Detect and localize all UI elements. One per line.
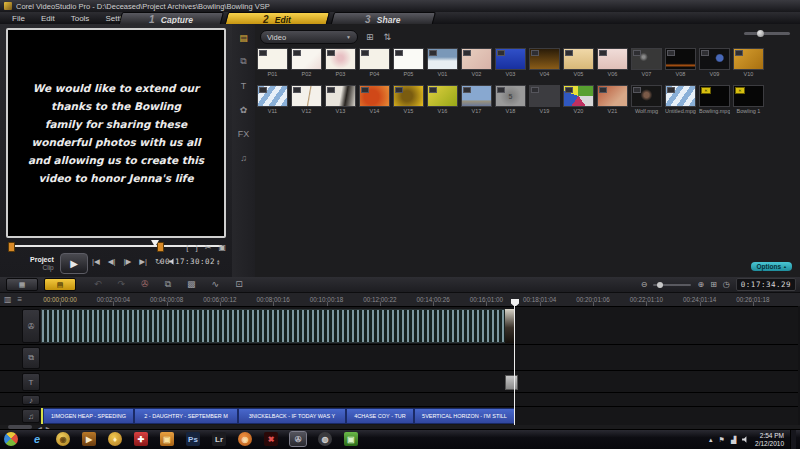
- gallery-select[interactable]: Video ▼: [260, 30, 358, 44]
- lightroom-icon[interactable]: Lr: [212, 432, 226, 446]
- title-track[interactable]: T: [0, 370, 798, 393]
- library-thumbnail[interactable]: P02: [291, 48, 322, 77]
- video-track-button[interactable]: ✇: [22, 309, 40, 343]
- orange-app-icon[interactable]: ◉: [238, 432, 252, 446]
- overlay-track-button[interactable]: ⧉: [22, 347, 40, 369]
- network-icon[interactable]: ▟: [731, 436, 736, 444]
- library-thumbnail[interactable]: V21: [597, 85, 628, 114]
- audio-waveform-button[interactable]: ∿: [212, 279, 220, 290]
- title-track-button[interactable]: T: [22, 373, 40, 391]
- filter-tab-icon[interactable]: FX: [235, 126, 253, 141]
- overlay-track-content[interactable]: [41, 345, 798, 371]
- library-thumbnail[interactable]: V10: [733, 48, 764, 77]
- media-tab-icon[interactable]: ▤: [235, 30, 253, 45]
- music-track-button[interactable]: ♫: [22, 409, 40, 423]
- music-track[interactable]: ♫1IMOGEN HEAP - SPEEDING2 - DAUGHTRY - S…: [0, 406, 798, 425]
- library-thumbnail[interactable]: V19: [529, 85, 560, 114]
- library-thumbnail[interactable]: V03: [495, 48, 526, 77]
- preview-frame[interactable]: We would like to extend ourthanks to the…: [6, 28, 226, 238]
- library-thumbnail[interactable]: V01: [427, 48, 458, 77]
- mode-clip-label[interactable]: Clip: [30, 264, 54, 272]
- menu-edit[interactable]: Edit: [33, 14, 63, 23]
- video-track-content[interactable]: [41, 307, 798, 345]
- sort-clips-icon[interactable]: ⇅: [384, 32, 392, 42]
- graphic-tab-icon[interactable]: ✿: [235, 102, 253, 117]
- menu-tools[interactable]: Tools: [63, 14, 98, 23]
- gold-disc-icon[interactable]: ◉: [56, 432, 70, 446]
- dark-red-app-icon[interactable]: ✖: [264, 432, 278, 446]
- library-thumbnail[interactable]: V12: [291, 85, 322, 114]
- timeline-ruler[interactable]: ▥≡ 00:00:00:0000:02:00:0400:04:00:0800:0…: [0, 292, 800, 307]
- library-thumbnail[interactable]: V09: [699, 48, 730, 77]
- library-thumbnail[interactable]: V17: [461, 85, 492, 114]
- tray-clock[interactable]: 2:54 PM 2/12/2010: [755, 432, 784, 448]
- action-center-icon[interactable]: ⚑: [718, 436, 724, 444]
- timecode-spinner[interactable]: ▲▼: [217, 259, 220, 265]
- library-thumbnail[interactable]: Wolf.mpg: [631, 85, 662, 114]
- mark-in-button[interactable]: [: [186, 243, 188, 252]
- next-frame-button[interactable]: |▶: [123, 257, 131, 266]
- show-desktop-button[interactable]: [790, 430, 796, 449]
- library-thumbnail[interactable]: V16: [427, 85, 458, 114]
- timeline-zoom-slider[interactable]: [653, 284, 691, 286]
- library-thumbnail[interactable]: V05: [563, 48, 594, 77]
- mode-project-label[interactable]: Project: [30, 256, 54, 264]
- library-thumbnail[interactable]: ✕Bowling.mpg: [699, 85, 730, 114]
- music-clip[interactable]: 3NICKELBACK - IF TODAY WAS Y: [238, 408, 346, 424]
- thumbnail-size-knob[interactable]: [757, 30, 764, 37]
- audio-tab-icon[interactable]: ♫: [235, 150, 253, 165]
- library-thumbnail[interactable]: P05: [393, 48, 424, 77]
- media-player-icon[interactable]: ▶: [82, 432, 96, 446]
- previous-frame-button[interactable]: ◀|: [108, 257, 116, 266]
- home-button[interactable]: |◀: [92, 257, 100, 266]
- music-clip[interactable]: 1IMOGEN HEAP - SPEEDING: [43, 408, 134, 424]
- music-clip[interactable]: 4CHASE COY - TUR: [346, 408, 414, 424]
- zoom-in-button[interactable]: ⊕: [697, 280, 704, 289]
- split-clip-button[interactable]: ✂: [205, 243, 212, 252]
- library-thumbnail[interactable]: P01: [257, 48, 288, 77]
- record-capture-button[interactable]: ✇: [141, 279, 149, 290]
- library-thumbnail[interactable]: V15: [393, 85, 424, 114]
- library-thumbnail[interactable]: V13: [325, 85, 356, 114]
- library-thumbnail[interactable]: V02: [461, 48, 492, 77]
- library-thumbnail[interactable]: Untitled.mpg: [665, 85, 696, 114]
- library-thumbnail[interactable]: ✕Bowling 1: [733, 85, 764, 114]
- video-track[interactable]: ✇: [0, 306, 798, 345]
- internet-explorer-icon[interactable]: e: [30, 432, 44, 446]
- library-thumbnail[interactable]: V04: [529, 48, 560, 77]
- title-tab-icon[interactable]: T: [235, 78, 253, 93]
- end-button[interactable]: ▶|: [139, 257, 147, 266]
- voice-track[interactable]: ♪: [0, 392, 798, 407]
- green-app-icon[interactable]: ▣: [344, 432, 358, 446]
- video-end-clip[interactable]: [505, 309, 514, 343]
- music-clip[interactable]: 5VERTICAL HORIZON - I'M STILL: [414, 408, 515, 424]
- options-button[interactable]: Options ▲: [751, 262, 792, 271]
- library-thumbnail[interactable]: V20: [563, 85, 594, 114]
- voice-track-content[interactable]: [41, 393, 798, 407]
- title-track-content[interactable]: [41, 371, 798, 393]
- overlay-track[interactable]: ⧉: [0, 344, 798, 371]
- bell-app-icon[interactable]: ♦: [108, 432, 122, 446]
- sound-mixer-button[interactable]: ⧉: [165, 279, 171, 290]
- library-thumbnail[interactable]: P04: [359, 48, 390, 77]
- photoshop-icon[interactable]: Ps: [186, 432, 200, 446]
- auto-music-button[interactable]: ▩: [187, 279, 196, 290]
- redo-button[interactable]: ↷: [118, 279, 126, 290]
- preview-scrubber[interactable]: [151, 240, 159, 247]
- menu-file[interactable]: File: [4, 14, 33, 23]
- library-thumbnail[interactable]: V08: [665, 48, 696, 77]
- track-list-icon[interactable]: ≡: [18, 295, 23, 304]
- voice-track-button[interactable]: ♪: [22, 395, 40, 405]
- mark-out-button[interactable]: ]: [196, 243, 198, 252]
- music-clip[interactable]: 2 - DAUGHTRY - SEPTEMBER M: [134, 408, 238, 424]
- library-thumbnail[interactable]: 5V18: [495, 85, 526, 114]
- photo-folder-icon[interactable]: ▣: [160, 432, 174, 446]
- timeline-zoom-knob[interactable]: [657, 282, 663, 288]
- start-button[interactable]: [4, 432, 18, 446]
- library-thumbnail[interactable]: P03: [325, 48, 356, 77]
- timeline-view-button[interactable]: ▤: [44, 278, 76, 291]
- enlarge-preview-button[interactable]: ▣: [218, 243, 226, 252]
- library-thumbnail[interactable]: V14: [359, 85, 390, 114]
- videostudio-taskbar-button[interactable]: ✇: [290, 432, 306, 446]
- library-thumbnail[interactable]: V07: [631, 48, 662, 77]
